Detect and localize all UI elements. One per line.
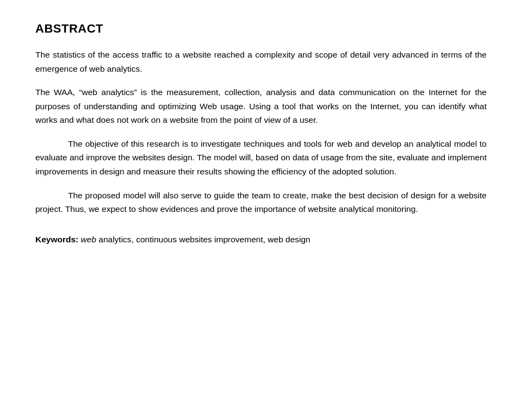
keywords-rest: analytics, continuous websites improveme… [96, 235, 310, 244]
paragraph-4: The proposed model will also serve to gu… [35, 189, 487, 216]
keywords-italic-web: web [81, 235, 96, 244]
keywords-line: Keywords: web analytics, continuous webs… [35, 233, 487, 247]
page-container: ABSTRACT The statistics of the access tr… [0, 0, 522, 268]
paragraph-2: The WAA, “web analytics” is the measurem… [35, 85, 487, 127]
paragraph-3: The objective of this research is to inv… [35, 137, 487, 179]
paragraph-1: The statistics of the access traffic to … [35, 48, 487, 76]
abstract-title: ABSTRACT [35, 22, 487, 36]
keywords-label: Keywords: [35, 235, 78, 244]
